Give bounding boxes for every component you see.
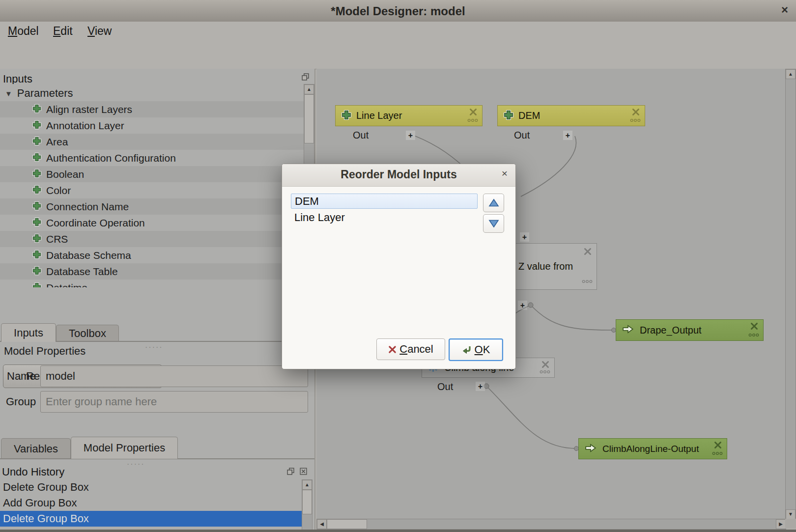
tree-item-datetime[interactable]: Datetime: [0, 280, 304, 287]
add-parameter-icon: [32, 153, 41, 164]
window-bottom-edge: [0, 530, 796, 532]
scroll-up-icon[interactable]: ▲: [302, 480, 312, 490]
node-drape-output[interactable]: Drape_Output: [616, 319, 764, 341]
add-parameter-icon: [32, 201, 41, 212]
out-socket-label: Out: [514, 130, 530, 141]
move-up-button[interactable]: [483, 194, 504, 212]
menu-edit[interactable]: Edit: [51, 24, 75, 39]
canvas-horizontal-scrollbar[interactable]: ◀ ▶: [316, 519, 786, 530]
expand-links-button[interactable]: +: [476, 382, 485, 391]
float-panel-icon[interactable]: [302, 73, 309, 81]
move-down-button[interactable]: [483, 214, 504, 233]
ellipsis-indicator: [540, 367, 550, 376]
undo-history-list: Delete Group Box Add Group Box Delete Gr…: [0, 479, 302, 530]
scroll-up-icon[interactable]: ▲: [304, 84, 314, 94]
float-panel-icon[interactable]: [287, 468, 294, 475]
window-close-button[interactable]: ×: [777, 3, 792, 17]
expand-links-button[interactable]: +: [520, 232, 529, 242]
dialog-title: Reorder Model Inputs: [282, 168, 515, 181]
tree-item-database-schema[interactable]: Database Schema: [0, 247, 304, 263]
menu-model[interactable]: Model: [6, 24, 41, 39]
undo-item[interactable]: Delete Group Box: [0, 479, 302, 495]
undo-item-selected[interactable]: Delete Group Box: [0, 511, 302, 527]
tree-item-area[interactable]: Area: [0, 134, 304, 150]
undo-item[interactable]: Add Group Box: [0, 495, 302, 511]
tree-item-database-table[interactable]: Database Table: [0, 263, 304, 280]
add-parameter-icon: [32, 185, 41, 196]
scroll-left-icon[interactable]: ◀: [317, 519, 327, 529]
dialog-input-list[interactable]: DEM Line Layer: [291, 194, 478, 331]
add-parameter-icon: [32, 169, 41, 180]
inputs-parameter-tree: ▼ Parameters Align raster Layers Annotat…: [0, 84, 304, 287]
collapse-arrow-icon[interactable]: ▼: [5, 89, 12, 98]
ok-arrow-icon: [462, 345, 472, 354]
dialog-titlebar[interactable]: Reorder Model Inputs ×: [282, 164, 515, 187]
add-parameter-icon: [32, 104, 41, 115]
scrollbar-thumb[interactable]: [304, 94, 314, 143]
node-line-layer[interactable]: Line Layer: [335, 105, 483, 126]
model-group-input[interactable]: [40, 391, 308, 413]
tab-variables[interactable]: Variables: [1, 438, 71, 459]
out-socket-label: Out: [437, 381, 453, 392]
add-parameter-icon: [32, 234, 41, 245]
expand-links-button[interactable]: +: [563, 131, 572, 140]
reorder-model-inputs-dialog[interactable]: Reorder Model Inputs × DEM Line Layer Ca…: [282, 164, 516, 369]
tree-item-boolean[interactable]: Boolean: [0, 166, 304, 182]
cancel-x-icon: [388, 345, 397, 354]
tree-item-connection-name[interactable]: Connection Name: [0, 198, 304, 215]
scrollbar-thumb[interactable]: [327, 519, 367, 529]
cancel-button[interactable]: Cancel: [376, 338, 445, 360]
node-climb-output[interactable]: ClimbAlongLine-Output: [578, 438, 727, 459]
window-titlebar[interactable]: *Model Designer: model ×: [0, 0, 796, 22]
list-item-line-layer[interactable]: Line Layer: [291, 210, 478, 225]
scrollbar-corner: [785, 519, 796, 529]
down-arrow-icon: [488, 219, 500, 228]
scrollbar-thumb[interactable]: [302, 490, 312, 514]
menubar: Model Edit View: [0, 22, 796, 40]
menu-view[interactable]: View: [85, 24, 114, 39]
tree-item-annotation-layer[interactable]: Annotation Layer: [0, 117, 304, 134]
model-name-input[interactable]: [40, 365, 308, 387]
out-socket-label: Out: [353, 130, 369, 141]
tab-toolbox[interactable]: Toolbox: [56, 325, 119, 342]
input-plus-icon: [341, 110, 351, 122]
scroll-right-icon[interactable]: ▶: [776, 519, 786, 529]
list-item-dem-selected[interactable]: DEM: [291, 194, 478, 209]
node-dem[interactable]: DEM: [497, 105, 645, 126]
ellipsis-indicator: [467, 115, 478, 124]
splitter-handle[interactable]: ·····: [127, 460, 145, 469]
ok-button[interactable]: OK: [449, 338, 503, 361]
tree-item-coordinate-operation[interactable]: Coordinate Operation: [0, 215, 304, 231]
splitter-handle[interactable]: ·····: [145, 343, 163, 352]
output-arrow-icon: [622, 324, 634, 336]
add-parameter-icon: [32, 120, 41, 131]
tree-item-crs[interactable]: CRS: [0, 231, 304, 247]
add-parameter-icon: [32, 282, 41, 288]
undo-scrollbar[interactable]: ▲ ▼: [302, 479, 313, 532]
ellipsis-indicator: [712, 448, 723, 457]
tree-group-parameters[interactable]: ▼ Parameters: [0, 85, 304, 101]
ellipsis-indicator: [582, 277, 593, 285]
ellipsis-indicator: [630, 115, 641, 124]
close-panel-icon[interactable]: [300, 468, 307, 475]
scroll-up-icon[interactable]: ▲: [786, 69, 796, 79]
tree-item-align-raster-layers[interactable]: Align raster Layers: [0, 101, 304, 117]
model-properties-heading: Model Properties: [4, 345, 85, 358]
expand-links-button[interactable]: +: [406, 131, 415, 140]
add-parameter-icon: [32, 218, 41, 228]
toolbar: ↶ ↷ 1:1 A ? ▶: [0, 40, 796, 69]
tree-item-authentication-configuration[interactable]: Authentication Configuration: [0, 150, 304, 166]
canvas-vertical-scrollbar[interactable]: ▲ ▼: [785, 69, 796, 520]
undo-history-title: Undo History: [2, 466, 64, 478]
tree-item-color[interactable]: Color: [0, 182, 304, 198]
tab-model-properties[interactable]: Model Properties: [71, 437, 178, 459]
scroll-down-icon[interactable]: ▼: [786, 509, 796, 519]
ellipsis-indicator: [748, 330, 759, 339]
left-panel: Inputs ▼ Parameters Align raster Layers …: [0, 69, 314, 532]
name-label: Name: [7, 370, 36, 383]
window-title: *Model Designer: model: [0, 4, 796, 18]
expand-links-button[interactable]: +: [518, 301, 527, 310]
remove-node-icon[interactable]: [584, 248, 592, 257]
dialog-close-button[interactable]: ×: [499, 168, 511, 179]
tab-inputs[interactable]: Inputs: [1, 323, 56, 342]
